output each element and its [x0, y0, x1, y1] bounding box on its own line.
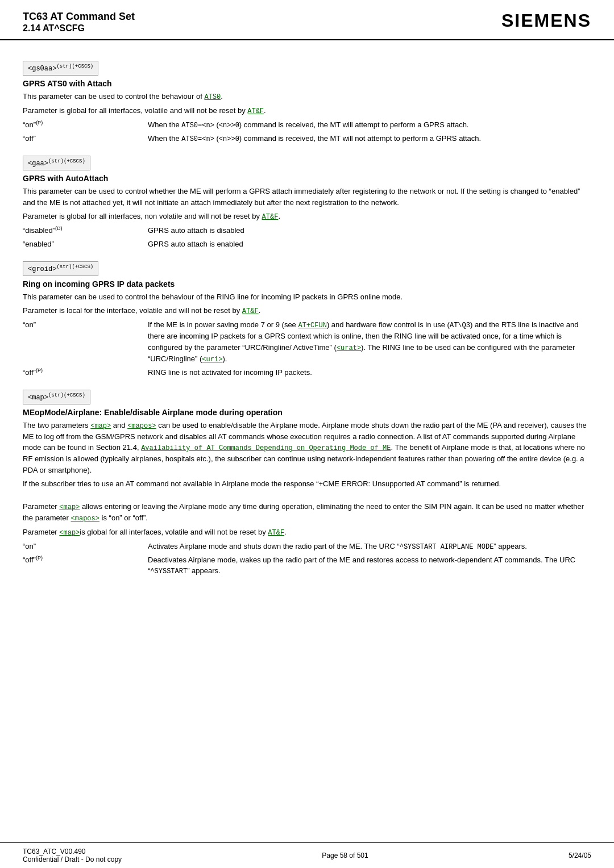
link-ats0[interactable]: ATS0 — [204, 93, 221, 101]
param-name-off-groid: “off”(P) — [23, 367, 148, 378]
section-gaa: <gaa>(str)(+CSCS) GPRS with AutoAttach T… — [23, 147, 591, 249]
footer-doc-id: TC63_ATC_V00.490 — [23, 848, 122, 856]
link-atcfun[interactable]: AT+CFUN — [298, 322, 326, 329]
section-desc-groid-0: This parameter can be used to control th… — [23, 291, 591, 303]
param-row-enabled-gaa: “enabled” GPRS auto attach is enabled — [23, 239, 591, 250]
param-row-on-groid: “on” If the ME is in power saving mode 7… — [23, 319, 591, 365]
param-desc-on-map: Activates Airplane mode and shuts down t… — [148, 541, 591, 552]
section-desc-groid-1: Parameter is local for the interface, vo… — [23, 305, 591, 316]
param-name-on-map: “on” — [23, 541, 148, 552]
page-header: TC63 AT Command Set 2.14 AT^SCFG SIEMENS — [0, 0, 614, 40]
link-uri[interactable]: <uri> — [202, 356, 222, 364]
section-desc-gaa-0: This parameter can be used to control wh… — [23, 186, 591, 208]
section-gs0aa: <gs0aa>(str)(+CSCS) GPRS ATS0 with Attac… — [23, 52, 591, 144]
section-desc-map-2: Parameter <map> allows entering or leavi… — [23, 501, 591, 524]
param-name-off-map: “off”(P) — [23, 554, 148, 577]
link-availability[interactable]: Availability of AT Commands Depending on… — [141, 444, 391, 452]
param-row-on-gs0aa: “on”(P) When the ATS0=<n> (<n>>0) comman… — [23, 119, 591, 131]
section-desc-gaa-1: Parameter is global for all interfaces, … — [23, 211, 591, 222]
param-row-off-map: “off”(P) Deactivates Airplane mode, wake… — [23, 554, 591, 577]
section-desc-gs0aa-0: This parameter can be used to control th… — [23, 91, 591, 102]
param-row-disabled-gaa: “disabled”(D) GPRS auto attach is disabl… — [23, 225, 591, 236]
section-title-gs0aa: GPRS ATS0 with Attach — [23, 79, 591, 88]
section-box-map: <map>(str)(+CSCS) — [23, 390, 90, 404]
section-title-groid: Ring on incoming GPRS IP data packets — [23, 279, 591, 289]
link-atf-map[interactable]: AT&F — [268, 529, 284, 537]
param-desc-on-gs0aa: When the ATS0=<n> (<n>>0) command is rec… — [148, 119, 591, 131]
doc-subtitle: 2.14 AT^SCFG — [23, 23, 135, 34]
section-desc-map-1: If the subscriber tries to use an AT com… — [23, 478, 591, 490]
section-box-gaa: <gaa>(str)(+CSCS) — [23, 156, 90, 170]
footer-page-number: Page 58 of 501 — [322, 852, 368, 859]
param-row-on-map: “on” Activates Airplane mode and shuts d… — [23, 541, 591, 552]
section-box-groid: <groid>(str)(+CSCS) — [23, 261, 98, 276]
page-footer: TC63_ATC_V00.490 Confidential / Draft - … — [0, 842, 614, 868]
siemens-logo: SIEMENS — [501, 10, 591, 31]
link-atf-groid[interactable]: AT&F — [242, 307, 259, 315]
main-content: <gs0aa>(str)(+CSCS) GPRS ATS0 with Attac… — [0, 46, 614, 842]
section-box-gs0aa: <gs0aa>(str)(+CSCS) — [23, 61, 98, 76]
link-mapos[interactable]: <mapos> — [127, 422, 156, 430]
link-atf-gaa[interactable]: AT&F — [262, 213, 279, 221]
header-title-block: TC63 AT Command Set 2.14 AT^SCFG — [23, 10, 135, 34]
header-logo-block: SIEMENS — [501, 10, 591, 31]
section-desc-map-0: The two parameters <map> and <mapos> can… — [23, 420, 591, 476]
section-title-map: MEopMode/Airplane: Enable/disable Airpla… — [23, 408, 591, 417]
link-map3[interactable]: <map> — [59, 529, 80, 537]
param-name-enabled-gaa: “enabled” — [23, 239, 148, 250]
footer-date: 5/24/05 — [569, 852, 591, 859]
section-title-gaa: GPRS with AutoAttach — [23, 174, 591, 183]
link-map2[interactable]: <map> — [59, 503, 80, 511]
param-desc-disabled-gaa: GPRS auto attach is disabled — [148, 225, 591, 236]
link-map[interactable]: <map> — [90, 422, 111, 430]
param-desc-off-map: Deactivates Airplane mode, wakes up the … — [148, 554, 591, 577]
param-row-off-groid: “off”(P) RING line is not activated for … — [23, 367, 591, 378]
doc-title: TC63 AT Command Set — [23, 10, 135, 23]
param-name-on-groid: “on” — [23, 319, 148, 365]
param-desc-off-gs0aa: When the ATS0=<n> (<n>>0) command is rec… — [148, 133, 591, 144]
section-desc-map-3: Parameter <map>is global for all interfa… — [23, 527, 591, 538]
link-mapos2[interactable]: <mapos> — [71, 515, 99, 523]
footer-left: TC63_ATC_V00.490 Confidential / Draft - … — [23, 848, 122, 863]
param-name-disabled-gaa: “disabled”(D) — [23, 225, 148, 236]
param-name-on-gs0aa: “on”(P) — [23, 119, 148, 131]
link-urat[interactable]: <urat> — [337, 344, 361, 352]
section-desc-gs0aa-1: Parameter is global for all interfaces, … — [23, 105, 591, 116]
param-desc-on-groid: If the ME is in power saving mode 7 or 9… — [148, 319, 591, 365]
section-map: <map>(str)(+CSCS) MEopMode/Airplane: Ena… — [23, 381, 591, 577]
section-groid: <groid>(str)(+CSCS) Ring on incoming GPR… — [23, 252, 591, 378]
param-desc-off-groid: RING line is not activated for incoming … — [148, 367, 591, 378]
param-desc-enabled-gaa: GPRS auto attach is enabled — [148, 239, 591, 250]
param-name-off-gs0aa: “off” — [23, 133, 148, 144]
footer-confidential: Confidential / Draft - Do not copy — [23, 856, 122, 863]
param-row-off-gs0aa: “off” When the ATS0=<n> (<n>>0) command … — [23, 133, 591, 144]
link-atf-gs0aa[interactable]: AT&F — [247, 107, 264, 115]
